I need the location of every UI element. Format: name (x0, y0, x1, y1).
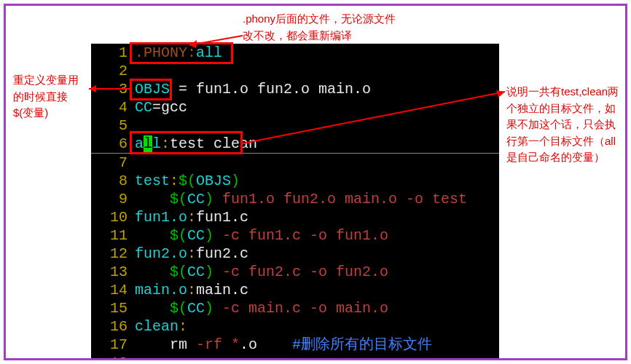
lineno: 6 (91, 135, 135, 153)
code-line-5 (135, 116, 499, 135)
lineno: 16 (91, 317, 135, 336)
annotation-left: 重定义变量用的时候直接$(变量) (13, 72, 86, 122)
lineno: 13 (91, 263, 135, 281)
lineno: 7 (91, 154, 135, 172)
code-line-18 (135, 354, 499, 358)
cursor: l (144, 135, 152, 152)
lineno: 11 (91, 226, 135, 245)
lineno: 14 (91, 281, 135, 299)
code-line-16: clean: (135, 317, 499, 336)
code-line-1: .PHONY:all (135, 44, 499, 62)
lineno: 15 (91, 299, 135, 317)
lineno: 12 (91, 245, 135, 263)
lineno: 4 (91, 98, 135, 116)
code-line-4: CC=gcc (135, 98, 499, 116)
code-line-6: all:test clean (135, 135, 499, 153)
code-line-2 (135, 62, 499, 80)
code-line-17: rm -rf *.o #删除所有的目标文件 (135, 336, 499, 354)
lineno: 5 (91, 116, 135, 135)
code-line-7 (135, 154, 499, 172)
lineno: 17 (91, 336, 135, 354)
code-line-10: fun1.o:fun1.c (135, 208, 499, 226)
annotation-right: 说明一共有test,clean两个独立的目标文件，如果不加这个话，只会执行第一个… (506, 84, 623, 166)
lineno: 9 (91, 190, 135, 208)
code-editor: 1.PHONY:all 2 3OBJS = fun1.o fun2.o main… (91, 44, 499, 358)
code-line-12: fun2.o:fun2.c (135, 245, 499, 263)
code-line-3: OBJS = fun1.o fun2.o main.o (135, 80, 499, 98)
code-line-9: $(CC) fun1.o fun2.o main.o -o test (135, 190, 499, 208)
code-line-14: main.o:main.c (135, 281, 499, 299)
code-line-8: test:$(OBJS) (135, 172, 499, 190)
code-line-15: $(CC) -c main.c -o main.o (135, 299, 499, 317)
lineno: 2 (91, 62, 135, 80)
lineno: 10 (91, 208, 135, 226)
annotation-top: .phony后面的文件，无论源文件改不改，都会重新编译 (243, 11, 403, 44)
lineno: 8 (91, 172, 135, 190)
code-line-11: $(CC) -c fun1.c -o fun1.o (135, 226, 499, 245)
lineno: 3 (91, 80, 135, 98)
lineno: 18 (91, 354, 135, 358)
lineno: 1 (91, 44, 135, 62)
code-line-13: $(CC) -c fun2.c -o fun2.o (135, 263, 499, 281)
